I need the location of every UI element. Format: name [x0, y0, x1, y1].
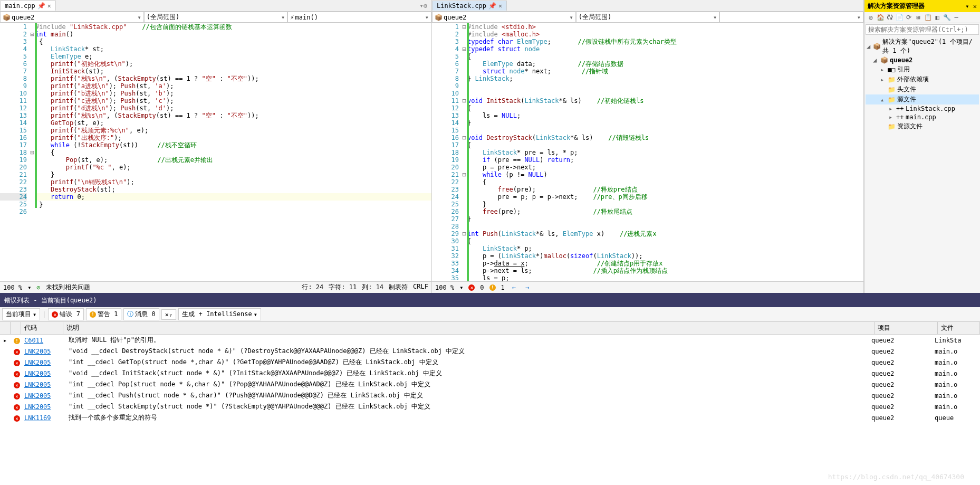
chevron-down-icon: ▾ [713, 14, 717, 21]
error-code[interactable]: LNK2005 [24, 392, 66, 400]
zoom-level[interactable]: 100 % [435, 284, 454, 291]
expand-icon[interactable]: ▴ [880, 96, 886, 103]
pin-icon[interactable]: 📌 [37, 2, 45, 9]
solution-explorer: 解决方案资源管理器 ▾ ✕ ◎ 🏠 🗘 📄 ⟳ ⊞ 📋 ◧ 🔧 — ◢ 📦 解决… [864, 0, 980, 293]
col-icon[interactable] [11, 322, 21, 334]
close-icon[interactable]: ✕ [498, 2, 502, 9]
error-row[interactable]: ✕LNK2005"void __cdecl DestroyStack(struc… [0, 346, 980, 357]
left-status-bar: 100 % ▾ ⊘ 未找到相关问题 行: 24 字符: 11 列: 14 制表符… [0, 281, 431, 293]
sync-icon[interactable]: 🗘 [886, 13, 894, 22]
error-code[interactable]: LNK2005 [24, 359, 66, 366]
col-code[interactable]: 代码 [21, 322, 63, 334]
error-row[interactable]: ✕LNK2005"int __cdecl GetTop(struct node … [0, 357, 980, 368]
tree-item[interactable]: ▸📁外部依赖项 [866, 74, 979, 84]
scope-project[interactable]: 📦 queue2▾ [0, 12, 144, 23]
close-icon[interactable]: ✕ [47, 2, 51, 9]
more-icon[interactable]: — [952, 13, 960, 22]
node-icon: 📁 [888, 76, 895, 83]
back-icon[interactable]: ◎ [867, 13, 875, 22]
expand-icon[interactable] [880, 86, 886, 93]
error-header-row: 代码 说明 项目 文件 [0, 322, 980, 335]
pin-icon[interactable]: 📌 [488, 2, 496, 9]
tree-item[interactable]: ▴📁源文件 [866, 94, 979, 104]
right-code-area[interactable]: 1234567891011121314151617181920212223242… [432, 23, 863, 281]
build-filter[interactable]: 生成 + IntelliSense ▾ [178, 308, 261, 320]
status-crlf: CRLF [413, 283, 428, 292]
expand-icon[interactable]: ▸ [880, 76, 886, 83]
scope-function[interactable]: ⚡ main()▾ [287, 12, 431, 23]
sidebar-title: 解决方案资源管理器 ▾ ✕ [864, 0, 980, 12]
code-text[interactable]: #include <stdio.h>#include <malloc.h>typ… [467, 23, 863, 281]
expand-icon[interactable]: ▸ [889, 113, 894, 121]
tree-item[interactable]: 📁头文件 [866, 84, 979, 94]
filter-icon[interactable]: ⊞ [914, 13, 923, 22]
node-icon: 📁 [888, 96, 895, 103]
col-proj[interactable]: 项目 [875, 322, 938, 334]
wrench-icon[interactable]: 🔧 [943, 13, 951, 22]
chevron-down-icon[interactable]: ▾ [27, 284, 31, 291]
messages-button[interactable]: ⓘ消息 0 [123, 308, 159, 320]
error-code[interactable]: LNK2005 [24, 403, 66, 411]
scope-project[interactable]: 📦 queue2▾ [432, 12, 576, 23]
tab-linkstack-cpp[interactable]: LinkStack.cpp 📌 ✕ [432, 1, 507, 11]
error-code[interactable]: LNK2005 [24, 381, 66, 388]
error-code[interactable]: LNK1169 [24, 414, 66, 422]
scope-global[interactable]: (全局范围)▾ [576, 12, 720, 23]
tree-project[interactable]: ◢ 📦 queue2 [866, 56, 979, 64]
error-row[interactable]: ✕LNK2005"int __cdecl StackEmpty(struct n… [0, 401, 980, 412]
warnings-button[interactable]: !警告 1 [86, 308, 121, 320]
error-code[interactable]: LNK2005 [24, 348, 66, 355]
error-row[interactable]: ✕LNK1169找到一个或多个多重定义的符号queue2queue [0, 412, 980, 423]
filter-dropdown[interactable]: 当前项目 ▾ [2, 308, 40, 320]
error-count: 0 [480, 284, 484, 291]
scope-function[interactable]: ▾ [719, 12, 863, 23]
tree-item[interactable]: ▸■□引用 [866, 64, 979, 74]
code-text[interactable]: #include "LinkStack.cpp" //包含前面的链栈基本运算函数… [35, 23, 431, 281]
col-file[interactable]: 文件 [938, 322, 980, 334]
errors-button[interactable]: ✕错误 7 [48, 308, 83, 320]
error-code[interactable]: C6011 [24, 337, 66, 344]
error-code[interactable]: LNK2005 [24, 370, 66, 377]
clear-button[interactable]: ✕₇ [161, 309, 176, 320]
expand-icon[interactable] [880, 123, 886, 130]
error-row[interactable]: ✕LNK2005"int __cdecl Push(struct node * … [0, 390, 980, 401]
right-nav-bar: 📦 queue2▾ (全局范围)▾ ▾ [432, 12, 863, 23]
error-row[interactable]: ▸!C6011取消对 NULL 指针"p"的引用。queue2LinkSta [0, 335, 980, 346]
chevron-down-icon[interactable]: ▾ [459, 284, 463, 291]
col-expand[interactable] [0, 322, 11, 334]
expand-icon[interactable]: ▸ [880, 66, 886, 73]
prev-error-icon[interactable]: ← [510, 284, 518, 291]
error-desc: "int __cdecl GetTop(struct node *,char &… [66, 358, 871, 367]
error-project: queue2 [871, 392, 935, 400]
gear-icon[interactable]: ▾⚙ [420, 2, 427, 9]
search-input[interactable] [868, 26, 976, 33]
chevron-down-icon: ▾ [281, 14, 285, 21]
error-row[interactable]: ✕LNK2005"int __cdecl Pop(struct node * &… [0, 379, 980, 390]
tree-solution-root[interactable]: ◢ 📦 解决方案"queue2"(1 个项目/共 1 个) [866, 37, 979, 56]
doc-icon[interactable]: 📄 [895, 13, 904, 22]
tree-item[interactable]: ▸++main.cpp [866, 113, 979, 121]
zoom-level[interactable]: 100 % [3, 284, 22, 291]
scope-global[interactable]: (全局范围)▾ [144, 12, 288, 23]
left-editor-pane: main.cpp 📌 ✕ ▾⚙ 📦 queue2▾ (全局范围)▾ ⚡ main… [0, 0, 432, 293]
expand-icon[interactable]: ▸ [3, 337, 14, 344]
tree-item[interactable]: ▸++LinkStack.cpp [866, 104, 979, 113]
error-row[interactable]: ✕LNK2005"void __cdecl InitStack(struct n… [0, 368, 980, 379]
tab-main-cpp[interactable]: main.cpp 📌 ✕ [0, 1, 56, 11]
chevron-down-icon[interactable]: ▾ ✕ [965, 3, 977, 10]
error-toolbar: 当前项目 ▾ | ✕错误 7 !警告 1 ⓘ消息 0 ✕₇ 生成 + Intel… [0, 307, 980, 322]
collapse-icon[interactable]: ◢ [867, 43, 871, 50]
tree-item[interactable]: 📁资源文件 [866, 121, 979, 131]
col-desc[interactable]: 说明 [63, 322, 875, 334]
home-icon[interactable]: 🏠 [876, 13, 885, 22]
solution-search[interactable] [866, 24, 979, 35]
error-icon: ✕ [14, 415, 20, 422]
expand-icon[interactable]: ▸ [889, 105, 894, 112]
left-code-area[interactable]: 1234567891011121314151617181920212223242… [0, 23, 431, 281]
error-project: queue2 [871, 403, 935, 411]
refresh-icon[interactable]: ⟳ [905, 13, 913, 22]
collapse-icon[interactable]: ◢ [873, 56, 878, 64]
show-icon[interactable]: ◧ [933, 13, 941, 22]
copy-icon[interactable]: 📋 [924, 13, 932, 22]
next-error-icon[interactable]: → [523, 284, 531, 291]
